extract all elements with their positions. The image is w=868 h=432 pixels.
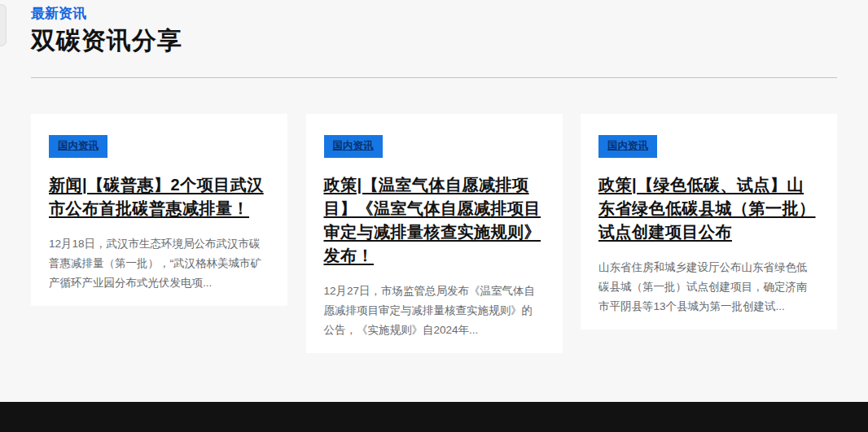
page-title: 双碳资讯分享: [31, 25, 837, 56]
page: 最新资讯 双碳资讯分享 国内资讯 新闻|【碳普惠】2个项目武汉市公布首批碳普惠减…: [0, 0, 868, 432]
news-card-title-link[interactable]: 政策|【绿色低碳、试点】山东省绿色低碳县城（第一批）试点创建项目公布: [598, 173, 818, 244]
section-divider: [31, 77, 837, 78]
section-eyebrow: 最新资讯: [31, 5, 837, 23]
news-card-excerpt: 12月18日，武汉市生态环境局公布武汉市碳普惠减排量（第一批），“武汉格林美城市…: [49, 234, 268, 293]
news-card[interactable]: 国内资讯 新闻|【碳普惠】2个项目武汉市公布首批碳普惠减排量！ 12月18日，武…: [31, 114, 287, 306]
news-card-list: 国内资讯 新闻|【碳普惠】2个项目武汉市公布首批碳普惠减排量！ 12月18日，武…: [31, 114, 837, 353]
news-card-title-link[interactable]: 政策|【温室气体自愿减排项目】《温室气体自愿减排项目审定与减排量核查实施规则》发…: [324, 173, 543, 268]
news-card-excerpt: 12月27日，市场监管总局发布《温室气体自愿减排项目审定与减排量核查实施规则》的…: [324, 281, 543, 340]
news-card-excerpt: 山东省住房和城乡建设厅公布山东省绿色低碳县城（第一批）试点创建项目，确定济南市平…: [598, 258, 818, 316]
scrollbar-thumb[interactable]: [0, 4, 7, 46]
page-footer: [0, 402, 868, 432]
news-card[interactable]: 国内资讯 政策|【绿色低碳、试点】山东省绿色低碳县城（第一批）试点创建项目公布 …: [581, 114, 837, 329]
news-section: 最新资讯 双碳资讯分享 国内资讯 新闻|【碳普惠】2个项目武汉市公布首批碳普惠减…: [31, 5, 837, 353]
category-badge[interactable]: 国内资讯: [598, 135, 657, 158]
news-card[interactable]: 国内资讯 政策|【温室气体自愿减排项目】《温室气体自愿减排项目审定与减排量核查实…: [306, 114, 563, 353]
category-badge[interactable]: 国内资讯: [49, 135, 107, 158]
news-card-title-link[interactable]: 新闻|【碳普惠】2个项目武汉市公布首批碳普惠减排量！: [49, 173, 268, 220]
category-badge[interactable]: 国内资讯: [324, 135, 383, 158]
